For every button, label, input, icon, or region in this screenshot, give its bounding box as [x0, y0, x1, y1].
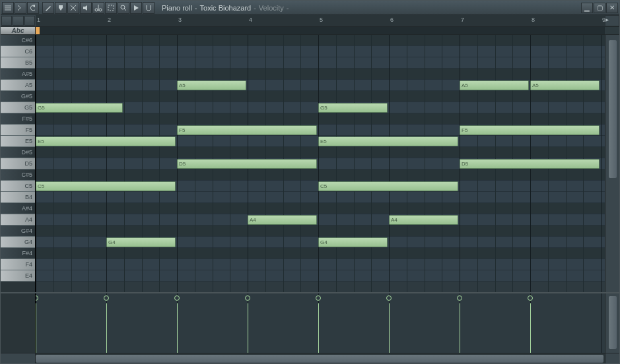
piano-key-G5[interactable]: G5: [1, 102, 35, 113]
velocity-handle-0[interactable]: [36, 295, 38, 301]
note-A5-13[interactable]: A5: [460, 80, 529, 90]
piano-key-D#5[interactable]: D#5: [1, 147, 35, 158]
note-G5-8[interactable]: G5: [318, 103, 388, 113]
tool-playback[interactable]: [130, 2, 142, 14]
sub-toolbar: 123456789 ▸: [1, 15, 619, 27]
horizontal-scrollbar[interactable]: [36, 353, 605, 363]
piano-key-E4[interactable]: E4: [1, 270, 35, 282]
piano-key-C5[interactable]: C5: [1, 181, 35, 192]
title-prefix: Piano roll: [162, 4, 192, 12]
velocity-handle-5[interactable]: [386, 295, 392, 301]
piano-keyboard[interactable]: C#6C6B5A#5A5G#5G5F#5F5E5D#5D5C#5C5B4A#4A…: [1, 35, 36, 292]
collapse-button[interactable]: ▸: [605, 15, 619, 26]
velocity-bar-3[interactable]: [248, 303, 248, 353]
velocity-scroll-thumb[interactable]: [609, 296, 617, 349]
note-A5-4[interactable]: A5: [177, 80, 246, 90]
velocity-bar-6[interactable]: [460, 303, 460, 353]
velocity-bar-0[interactable]: [36, 303, 36, 353]
velocity-handle-6[interactable]: [457, 295, 462, 301]
piano-key-C#5[interactable]: C#5: [1, 169, 35, 181]
velocity-bar-1[interactable]: [106, 303, 107, 353]
sub-btn-3[interactable]: [24, 16, 35, 26]
piano-key-G#5[interactable]: G#5: [1, 91, 35, 102]
note-F5-14[interactable]: F5: [460, 125, 600, 135]
tool-paint[interactable]: [55, 2, 67, 14]
note-D5-15[interactable]: D5: [460, 159, 600, 169]
piano-key-F5[interactable]: F5: [1, 125, 35, 136]
piano-key-B5[interactable]: B5: [1, 57, 35, 69]
velocity-handle-1[interactable]: [104, 295, 109, 301]
velocity-handle-2[interactable]: [174, 295, 180, 301]
horizontal-scroll-thumb[interactable]: [36, 355, 603, 363]
note-G5-0[interactable]: G5: [36, 103, 123, 113]
note-G4-3[interactable]: G4: [106, 237, 176, 247]
piano-key-G#4[interactable]: G#4: [1, 226, 35, 237]
vertical-scrollbar[interactable]: [605, 35, 619, 292]
note-A4-12[interactable]: A4: [389, 215, 458, 225]
note-A4-7[interactable]: A4: [248, 215, 317, 225]
title-instrument: Toxic Biohazard: [200, 4, 252, 12]
ruler-bar-9: 9: [602, 16, 605, 23]
velocity-grid[interactable]: [36, 293, 605, 353]
title-param: Velocity: [259, 4, 284, 12]
titlebar: Piano roll - Toxic Biohazard - Velocity …: [1, 1, 619, 15]
note-C5-2[interactable]: C5: [36, 181, 176, 191]
velocity-bar-2[interactable]: [177, 303, 178, 353]
ruler-bar-5: 5: [320, 16, 323, 23]
velocity-bar-7[interactable]: [530, 303, 531, 353]
piano-key-F#5[interactable]: F#5: [1, 113, 35, 125]
piano-key-B4[interactable]: B4: [1, 192, 35, 203]
tool-select[interactable]: [105, 2, 117, 14]
velocity-bar-4[interactable]: [318, 303, 319, 353]
velocity-handle-7[interactable]: [528, 295, 533, 301]
note-C5-10[interactable]: C5: [318, 181, 458, 191]
piano-key-A5[interactable]: A5: [1, 80, 35, 91]
note-E5-1[interactable]: E5: [36, 136, 176, 146]
playhead-row: Abc: [1, 27, 619, 35]
ruler-bar-2: 2: [108, 16, 111, 23]
close-button[interactable]: ✕: [606, 3, 618, 13]
tool-slice[interactable]: [92, 2, 104, 14]
note-grid[interactable]: G5E5C5G4A5F5D5A4G5E5C5G4A4A5F5D5A5: [36, 35, 605, 292]
svg-rect-2: [108, 5, 114, 11]
tool-snap[interactable]: [143, 2, 155, 14]
window-controls: ▁ ▢ ✕: [580, 3, 619, 13]
key-label-mode[interactable]: Abc: [1, 27, 36, 34]
velocity-handle-4[interactable]: [316, 295, 321, 301]
piano-key-A4[interactable]: A4: [1, 214, 35, 226]
velocity-bar-5[interactable]: [389, 303, 390, 353]
ruler-bar-3: 3: [178, 16, 182, 23]
tool-zoom[interactable]: [118, 2, 129, 14]
note-F5-5[interactable]: F5: [177, 125, 317, 135]
tool-options[interactable]: [15, 2, 26, 14]
piano-key-G4[interactable]: G4: [1, 237, 35, 248]
playhead-marker[interactable]: [36, 27, 40, 34]
sub-btn-2[interactable]: [13, 16, 23, 26]
playhead-track[interactable]: [36, 27, 605, 34]
piano-key-F#4[interactable]: F#4: [1, 248, 35, 259]
sub-btn-1[interactable]: [1, 16, 12, 26]
piano-key-A#4[interactable]: A#4: [1, 203, 35, 214]
note-D5-6[interactable]: D5: [177, 159, 317, 169]
tool-delete[interactable]: [67, 2, 79, 14]
tool-draw[interactable]: [42, 2, 54, 14]
piano-key-D5[interactable]: D5: [1, 158, 35, 169]
tool-undo[interactable]: [27, 2, 39, 14]
timeline-ruler[interactable]: 123456789: [36, 15, 605, 26]
note-E5-9[interactable]: E5: [318, 136, 458, 146]
tool-mute[interactable]: [80, 2, 92, 14]
piano-key-F4[interactable]: F4: [1, 259, 35, 270]
note-A5-16[interactable]: A5: [530, 80, 600, 90]
vertical-scroll-thumb[interactable]: [609, 40, 617, 178]
main-area: C#6C6B5A#5A5G#5G5F#5F5E5D#5D5C#5C5B4A#4A…: [1, 35, 619, 292]
piano-key-A#5[interactable]: A#5: [1, 69, 35, 80]
piano-key-E5[interactable]: E5: [1, 136, 35, 147]
svg-point-0: [95, 9, 98, 11]
maximize-button[interactable]: ▢: [594, 3, 605, 13]
velocity-handle-3[interactable]: [245, 295, 250, 301]
note-G4-11[interactable]: G4: [318, 237, 388, 247]
piano-key-C6[interactable]: C6: [1, 46, 35, 57]
piano-key-C#6[interactable]: C#6: [1, 35, 35, 46]
tool-menu[interactable]: [2, 2, 14, 14]
minimize-button[interactable]: ▁: [581, 3, 593, 13]
